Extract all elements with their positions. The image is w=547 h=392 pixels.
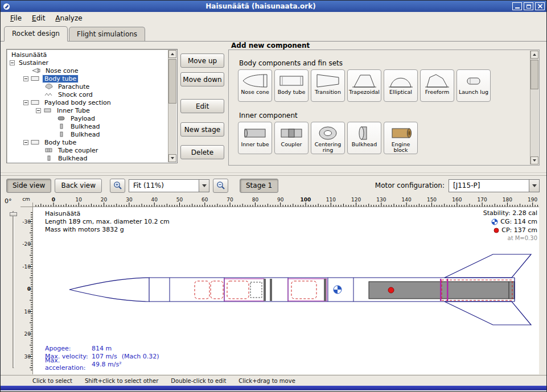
- add-launch-lug-button[interactable]: Launch lug: [456, 69, 491, 102]
- minimize-button[interactable]: [512, 2, 522, 10]
- tree-item-bulkhead[interactable]: Bulkhead: [7, 130, 168, 138]
- menu-file[interactable]: File: [5, 13, 27, 24]
- tree-item-bulkhead[interactable]: Bulkhead: [7, 154, 168, 162]
- magnifier-minus-icon: [216, 181, 225, 190]
- zoom-select[interactable]: Fit (11%): [129, 179, 209, 192]
- collapse-icon[interactable]: [23, 76, 28, 81]
- bulkhead-icon: [351, 124, 377, 142]
- tree-item-shock-cord[interactable]: Shock cord: [7, 90, 168, 98]
- tree-item-label: Inner Tube: [55, 107, 92, 114]
- maximize-button[interactable]: [524, 2, 533, 10]
- tree-scrollbar[interactable]: [168, 50, 176, 162]
- tube-coupler-icon: [44, 147, 55, 153]
- motor-configuration-select[interactable]: [J115-P]: [449, 179, 540, 192]
- add-transition-button[interactable]: Transition: [311, 69, 345, 102]
- app-icon: [2, 2, 11, 10]
- tree-item-body-tube[interactable]: Body tube: [7, 138, 168, 146]
- add-body-tube-button[interactable]: Body tube: [274, 69, 309, 102]
- add-engine-block-button[interactable]: Engine block: [384, 122, 418, 154]
- svg-text:80: 80: [252, 197, 259, 203]
- tree-item-payload[interactable]: Payload: [7, 114, 168, 122]
- tab-rocket-design[interactable]: Rocket design: [4, 26, 68, 42]
- tree-item-inner-tube[interactable]: Inner Tube: [7, 106, 168, 114]
- svg-text:0: 0: [27, 286, 31, 292]
- add-freeform-fin-button[interactable]: Freeform: [420, 69, 454, 102]
- close-icon: [538, 4, 542, 9]
- tree-item-label: Body tube: [43, 75, 78, 82]
- menu-analyze[interactable]: Analyze: [50, 13, 87, 24]
- scroll-thumb[interactable]: [168, 59, 176, 104]
- palette-scrollbar[interactable]: [530, 51, 538, 164]
- zoom-in-button[interactable]: [110, 179, 125, 193]
- tree-item-nose-cone[interactable]: Nose cone: [7, 67, 168, 75]
- svg-text:160: 160: [452, 197, 462, 203]
- magnifier-plus-icon: [113, 181, 122, 190]
- cp-marker: [388, 287, 394, 293]
- tree-item-label: Haisunäätä: [10, 51, 48, 59]
- body-tube-icon: [31, 100, 41, 105]
- chevron-down-icon[interactable]: [529, 180, 539, 192]
- svg-text:20: 20: [24, 331, 31, 337]
- tree-item-body-tube[interactable]: Body tube: [7, 75, 168, 82]
- max-velocity-value: 107 m/s: [92, 353, 117, 360]
- edit-button[interactable]: Edit: [180, 99, 224, 113]
- collapse-icon[interactable]: [36, 108, 41, 113]
- add-elliptical-fin-button[interactable]: Elliptical: [384, 69, 418, 102]
- collapse-icon[interactable]: [23, 140, 28, 145]
- tree-item-rocket[interactable]: Haisunäätä: [7, 51, 168, 59]
- payload-icon: [57, 115, 67, 121]
- scroll-down-icon[interactable]: [530, 156, 538, 164]
- move-up-button[interactable]: Move up: [180, 53, 224, 68]
- svg-text:40: 40: [151, 197, 158, 203]
- scroll-up-icon[interactable]: [168, 50, 176, 58]
- svg-text:30: 30: [24, 354, 31, 360]
- tree-item-bulkhead[interactable]: Bulkhead: [7, 122, 168, 130]
- tree-item-payload-body-section[interactable]: Payload body section: [7, 98, 168, 106]
- title-bar[interactable]: Haisunäätä (haisunaata.ork): [1, 1, 546, 12]
- centering-ring-mark[interactable]: [440, 279, 442, 301]
- design-panel: Haisunäätä Sustainer Nose cone: [1, 42, 546, 172]
- tab-flight-simulations[interactable]: Flight simulations: [69, 27, 145, 41]
- add-bulkhead-button[interactable]: Bulkhead: [347, 122, 381, 154]
- side-view-button[interactable]: Side view: [6, 179, 51, 193]
- menu-edit[interactable]: Edit: [27, 13, 50, 24]
- new-stage-button[interactable]: New stage: [180, 122, 224, 137]
- stability-text: Stability: 2.28 cal: [483, 209, 537, 217]
- rotation-slider-thumb[interactable]: [10, 212, 17, 216]
- move-down-button[interactable]: Move down: [180, 72, 224, 86]
- tree-item-sustainer[interactable]: Sustainer: [7, 59, 168, 67]
- rocket-view[interactable]: 0° cm 0102030405060708090100110120130140…: [1, 195, 546, 375]
- tree-item-label: Bulkhead: [69, 123, 101, 130]
- group-label-inner-component: Inner component: [239, 112, 298, 119]
- component-palette: Body components and fin sets Nose cone B…: [228, 49, 540, 166]
- tree-item-tube-coupler[interactable]: Tube coupler: [7, 146, 168, 154]
- add-trapezoidal-fin-button[interactable]: Trapezoidal: [347, 69, 381, 102]
- horizontal-ruler: 0102030405060708090100110120130140150160…: [36, 197, 538, 207]
- add-centering-ring-button[interactable]: Centering ring: [311, 122, 345, 154]
- chevron-down-icon[interactable]: [199, 180, 209, 192]
- close-button[interactable]: [535, 2, 545, 10]
- apogee-value: 814 m: [92, 345, 112, 352]
- window-bottom-edge: [1, 386, 546, 390]
- centering-ring-mark[interactable]: [447, 279, 449, 301]
- main-window: Haisunäätä (haisunaata.ork) File Edit An…: [0, 0, 547, 392]
- scroll-down-icon[interactable]: [168, 154, 176, 162]
- zoom-out-button[interactable]: [213, 179, 228, 193]
- bulkhead-mark[interactable]: [324, 279, 326, 301]
- stage-1-toggle[interactable]: Stage 1: [240, 179, 278, 193]
- delete-button[interactable]: Delete: [180, 145, 224, 159]
- rotation-slider[interactable]: [13, 211, 14, 368]
- scroll-thumb[interactable]: [530, 60, 538, 89]
- tree-item-label: Payload: [69, 115, 97, 122]
- bulkhead-mark[interactable]: [264, 279, 266, 301]
- scroll-up-icon[interactable]: [530, 51, 538, 59]
- back-view-button[interactable]: Back view: [55, 179, 102, 193]
- collapse-icon[interactable]: [10, 60, 15, 65]
- add-coupler-button[interactable]: Coupler: [274, 122, 309, 154]
- max-acceleration-label: Max. acceleration:: [45, 357, 92, 372]
- bulkhead-mark[interactable]: [270, 279, 272, 301]
- add-inner-tube-button[interactable]: Inner tube: [238, 122, 272, 154]
- tree-item-parachute[interactable]: Parachute: [7, 82, 168, 90]
- collapse-icon[interactable]: [23, 100, 28, 105]
- add-nose-cone-button[interactable]: Nose cone: [238, 69, 272, 102]
